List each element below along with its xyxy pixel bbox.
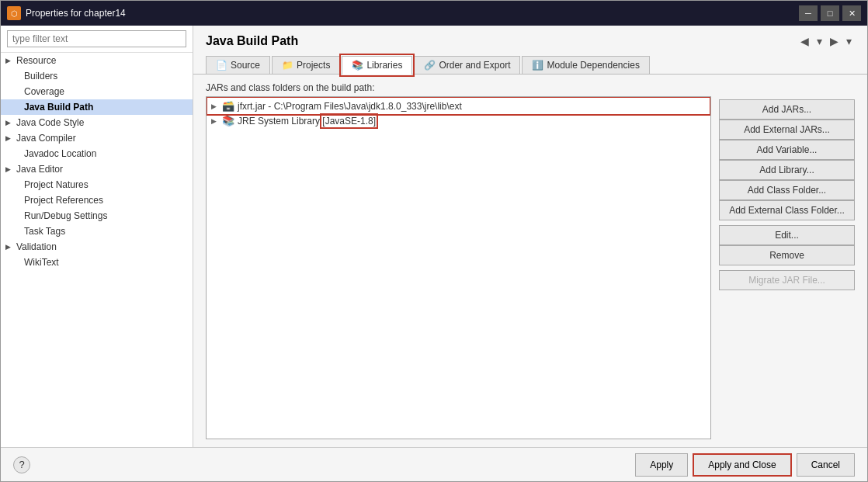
sidebar-item-coverage[interactable]: Coverage [1,84,193,99]
btn-migrate-jar-file: Migrate JAR File... [719,270,855,290]
sidebar-item-task-tags[interactable]: Task Tags [1,224,193,239]
window-title: Properties for chapter14 [26,8,799,19]
sidebar-item-validation[interactable]: ▶Validation [1,239,193,255]
nav-back-button[interactable]: ◀ [797,33,812,49]
sidebar-label-java-compiler: Java Compiler [16,133,76,144]
minimize-button[interactable]: ─ [799,5,818,21]
nav-forward-dropdown-button[interactable]: ▾ [843,33,855,49]
sidebar-label-java-build-path: Java Build Path [24,102,93,113]
app-icon: ⬡ [7,6,21,20]
btn-add-external-jars[interactable]: Add External JARs... [719,120,855,140]
sidebar-items-list: ▶ResourceBuildersCoverageJava Build Path… [1,53,193,270]
sidebar-item-wikitext[interactable]: WikiText [1,255,193,270]
sidebar-label-coverage: Coverage [24,86,64,97]
tab-label-order-export: Order and Export [439,60,510,71]
tab-icon-order-export: 🔗 [424,60,436,71]
chevron-icon: ▶ [5,243,13,251]
tree-chevron-icon: ▶ [211,117,219,125]
main-header: Java Build Path ◀ ▾ ▶ ▾ [193,26,867,49]
chevron-icon: ▶ [5,119,13,127]
bottom-right: Apply Apply and Close Cancel [635,453,855,477]
sidebar-label-java-code-style: Java Code Style [16,117,84,128]
tab-projects[interactable]: 📁Projects [272,56,340,74]
nav-arrows: ◀ ▾ ▶ ▾ [797,33,855,49]
main-panel: Java Build Path ◀ ▾ ▶ ▾ 📄Source📁Projects… [193,26,867,447]
sidebar-item-java-code-style[interactable]: ▶Java Code Style [1,115,193,130]
sidebar-item-project-references[interactable]: Project References [1,192,193,208]
sidebar-label-project-natures: Project Natures [24,179,89,190]
sidebar-label-resource: Resource [16,55,56,66]
sidebar-label-run-debug-settings: Run/Debug Settings [24,210,107,221]
close-button[interactable]: ✕ [842,5,861,21]
tab-label-libraries: Libraries [366,60,402,71]
tree-item-jre-system-library[interactable]: ▶📚JRE System Library [JavaSE-1.8] [208,113,709,128]
help-button[interactable]: ? [13,456,30,473]
sidebar-label-builders: Builders [24,71,57,81]
search-box [1,26,193,53]
sidebar-item-java-compiler[interactable]: ▶Java Compiler [1,130,193,146]
panel-body: JARs and class folders on the build path… [193,75,867,447]
tree-items: ▶🗃️jfxrt.jar - C:\Program Files\Java\jdk… [208,99,709,128]
tree-chevron-icon: ▶ [211,102,219,110]
window-controls: ─ □ ✕ [799,5,861,21]
tab-label-module-dependencies: Module Dependencies [547,60,639,71]
sidebar-label-javadoc-location: Javadoc Location [24,148,96,159]
title-bar: ⬡ Properties for chapter14 ─ □ ✕ [1,1,867,26]
apply-button[interactable]: Apply [635,453,688,477]
btn-edit[interactable]: Edit... [719,225,855,245]
tree-item-text-jfxrt-jar: jfxrt.jar - C:\Program Files\Java\jdk1.8… [238,101,706,112]
cancel-button[interactable]: Cancel [797,453,855,477]
chevron-icon: ▶ [5,134,13,142]
tab-icon-projects: 📁 [282,60,293,71]
maximize-button[interactable]: □ [821,5,839,21]
btn-add-class-folder[interactable]: Add Class Folder... [719,180,855,200]
tab-module-dependencies[interactable]: ℹ️Module Dependencies [522,56,649,74]
btn-add-variable[interactable]: Add Variable... [719,140,855,160]
tab-icon-module-dependencies: ℹ️ [532,60,543,71]
sidebar-label-java-editor: Java Editor [16,164,63,175]
btn-add-jars[interactable]: Add JARs... [719,99,855,120]
chevron-icon: ▶ [5,165,13,173]
sidebar-item-run-debug-settings[interactable]: Run/Debug Settings [1,208,193,224]
nav-dropdown-button[interactable]: ▾ [814,33,825,49]
sidebar-label-task-tags: Task Tags [24,226,65,237]
btn-add-library[interactable]: Add Library... [719,160,855,180]
nav-forward-button[interactable]: ▶ [827,33,842,49]
sidebar-item-builders[interactable]: Builders [1,68,193,84]
tab-libraries[interactable]: 📚Libraries [342,56,412,75]
sidebar-item-java-build-path[interactable]: Java Build Path [1,99,193,115]
action-buttons-section: Add JARs...Add External JARs...Add Varia… [719,82,855,439]
main-window: ⬡ Properties for chapter14 ─ □ ✕ ▶Resour… [0,0,868,482]
tab-order-export[interactable]: 🔗Order and Export [414,56,520,74]
sidebar-label-validation: Validation [16,241,57,252]
chevron-icon: ▶ [5,57,13,64]
tabs-container: 📄Source📁Projects📚Libraries🔗Order and Exp… [206,55,651,74]
sidebar-item-resource[interactable]: ▶Resource [1,53,193,68]
tree-item-icon: 🗃️ [222,100,234,112]
bottom-bar: ? Apply Apply and Close Cancel [1,447,867,481]
sidebar-label-project-references: Project References [24,195,103,206]
btn-add-external-class-folder[interactable]: Add External Class Folder... [719,200,855,220]
sidebar-item-java-editor[interactable]: ▶Java Editor [1,161,193,177]
tree-item-text-jre-system-library: JRE System Library [JavaSE-1.8] [238,116,706,127]
search-input[interactable] [7,30,186,47]
apply-close-button[interactable]: Apply and Close [693,453,791,477]
btn-remove[interactable]: Remove [719,245,855,265]
tab-icon-source: 📄 [216,60,227,71]
bottom-left: ? [13,456,30,473]
tree-item-icon: 📚 [222,115,234,127]
panel-title: Java Build Path [206,34,298,48]
action-buttons: Add JARs...Add External JARs...Add Varia… [719,99,855,290]
tab-label-projects: Projects [297,60,330,71]
sidebar-item-project-natures[interactable]: Project Natures [1,177,193,192]
tab-label-source: Source [231,60,260,71]
sidebar-item-javadoc-location[interactable]: Javadoc Location [1,146,193,161]
sidebar-label-wikitext: WikiText [24,257,59,268]
tree-item-jfxrt-jar[interactable]: ▶🗃️jfxrt.jar - C:\Program Files\Java\jdk… [208,99,709,113]
tree-label: JARs and class folders on the build path… [206,82,711,93]
tree-container: ▶🗃️jfxrt.jar - C:\Program Files\Java\jdk… [206,96,711,439]
tab-source[interactable]: 📄Source [206,56,270,74]
jre-suffix-highlight: [JavaSE-1.8] [322,116,376,127]
content-area: ▶ResourceBuildersCoverageJava Build Path… [1,26,867,447]
sidebar: ▶ResourceBuildersCoverageJava Build Path… [1,26,193,447]
